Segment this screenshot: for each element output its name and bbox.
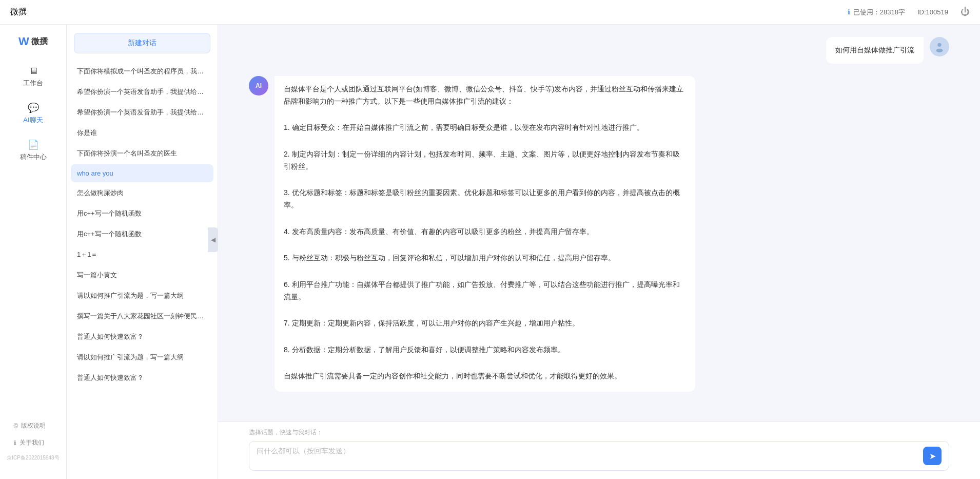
- nav-bottom: © 版权说明 ℹ 关于我们 京ICP备2022015948号: [0, 418, 66, 469]
- message-row-user: 如何用自媒体做推广引流: [249, 37, 949, 64]
- send-icon: ➤: [929, 451, 936, 461]
- message-row-ai: AI 自媒体平台是个人或团队通过互联网平台(如博客、微博、微信公众号、抖音、快手…: [249, 76, 949, 392]
- copyright-label: 版权说明: [21, 421, 46, 430]
- quick-topics-label: 选择话题，快速与我对话：: [249, 428, 949, 437]
- chat-list: 下面你将模拟成一个叫圣友的程序员，我说...希望你扮演一个英语发音助手，我提供给…: [67, 62, 218, 479]
- logo-text: 微撰: [31, 36, 48, 47]
- svg-point-0: [937, 43, 941, 47]
- messages-area: 如何用自媒体做推广引流 AI 自媒体平台是个人或团队通过互联网平台(如博客、微博…: [218, 25, 980, 421]
- chat-item-c2[interactable]: 希望你扮演一个英语发音助手，我提供给你...: [71, 82, 213, 102]
- collapse-icon: ◀: [211, 236, 215, 243]
- chat-item-c7[interactable]: 怎么做狗屎炒肉: [71, 183, 213, 203]
- main-layout: W 微撰 🖥 工作台 💬 AI聊天 📄 稿件中心 © 版权说明 ℹ 关于我们 京…: [0, 25, 980, 479]
- nav-label-drafts: 稿件中心: [20, 152, 47, 162]
- chat-item-c5[interactable]: 下面你将扮演一个名叫圣友的医生: [71, 144, 213, 163]
- collapse-button[interactable]: ◀: [208, 227, 218, 252]
- usage-label: 已使用：28318字: [853, 8, 905, 17]
- logo-icon: W: [18, 35, 29, 48]
- nav-item-workspace[interactable]: 🖥 工作台: [8, 61, 59, 93]
- chat-sidebar: 新建对话 下面你将模拟成一个叫圣友的程序员，我说...希望你扮演一个英语发音助手…: [67, 25, 218, 479]
- about-icon: ℹ: [14, 439, 16, 447]
- svg-point-1: [936, 49, 943, 52]
- chat-main: 如何用自媒体做推广引流 AI 自媒体平台是个人或团队通过互联网平台(如博客、微博…: [218, 25, 980, 479]
- logo: W 微撰: [18, 35, 48, 48]
- ai-chat-icon: 💬: [28, 102, 39, 113]
- usage-info: ℹ 已使用：28318字: [848, 8, 905, 17]
- chat-item-c8[interactable]: 用c++写一个随机函数: [71, 204, 213, 223]
- chat-item-c13[interactable]: 撰写一篇关于八大家花园社区一刻钟便民生...: [71, 306, 213, 326]
- about-item[interactable]: ℹ 关于我们: [8, 435, 59, 450]
- chat-item-c10[interactable]: 1＋1＝: [71, 245, 213, 264]
- chat-item-c16[interactable]: 普通人如何快速致富？: [71, 368, 213, 388]
- beian-text: 京ICP备2022015948号: [7, 452, 59, 464]
- nav-label-workspace: 工作台: [23, 79, 43, 88]
- input-box: ➤: [249, 441, 949, 471]
- chat-item-c3[interactable]: 希望你扮演一个英语发音助手，我提供给你...: [71, 103, 213, 122]
- user-avatar: [930, 37, 949, 56]
- user-message-text: 如何用自媒体做推广引流: [835, 46, 914, 54]
- topbar-right: ℹ 已使用：28318字 ID:100519 ⏻: [848, 7, 970, 17]
- chat-item-c12[interactable]: 请以如何推广引流为题，写一篇大纲: [71, 286, 213, 305]
- nav-label-ai-chat: AI聊天: [23, 116, 43, 125]
- id-label: ID:100519: [917, 8, 948, 16]
- logout-icon[interactable]: ⏻: [961, 7, 970, 17]
- workspace-icon: 🖥: [29, 66, 38, 76]
- usage-icon: ℹ: [848, 8, 850, 16]
- input-area: 选择话题，快速与我对话： ➤: [218, 421, 980, 479]
- nav-item-ai-chat[interactable]: 💬 AI聊天: [8, 97, 59, 130]
- chat-item-c14[interactable]: 普通人如何快速致富？: [71, 327, 213, 347]
- chat-item-c11[interactable]: 写一篇小黄文: [71, 265, 213, 285]
- nav-item-drafts[interactable]: 📄 稿件中心: [8, 134, 59, 167]
- ai-avatar: AI: [249, 76, 268, 95]
- ai-bubble: 自媒体平台是个人或团队通过互联网平台(如博客、微博、微信公众号、抖音、快手等)发…: [275, 76, 695, 392]
- left-nav: W 微撰 🖥 工作台 💬 AI聊天 📄 稿件中心 © 版权说明 ℹ 关于我们 京…: [0, 25, 67, 479]
- topbar: 微撰 ℹ 已使用：28318字 ID:100519 ⏻: [0, 0, 980, 25]
- topbar-title: 微撰: [10, 7, 27, 17]
- drafts-icon: 📄: [28, 139, 39, 150]
- copyright-icon: ©: [14, 423, 18, 430]
- user-bubble: 如何用自媒体做推广引流: [826, 37, 924, 64]
- new-chat-button[interactable]: 新建对话: [74, 33, 210, 53]
- send-button[interactable]: ➤: [923, 447, 942, 465]
- chat-item-c1[interactable]: 下面你将模拟成一个叫圣友的程序员，我说...: [71, 62, 213, 81]
- message-input[interactable]: [257, 447, 918, 465]
- chat-item-c6[interactable]: who are you: [71, 164, 213, 182]
- chat-item-c9[interactable]: 用c++写一个随机函数: [71, 224, 213, 244]
- about-label: 关于我们: [19, 438, 44, 447]
- chat-item-c15[interactable]: 请以如何推广引流为题，写一篇大纲: [71, 348, 213, 367]
- copyright-item[interactable]: © 版权说明: [8, 418, 59, 433]
- chat-item-c4[interactable]: 你是谁: [71, 123, 213, 143]
- ai-avatar-text: AI: [256, 82, 262, 89]
